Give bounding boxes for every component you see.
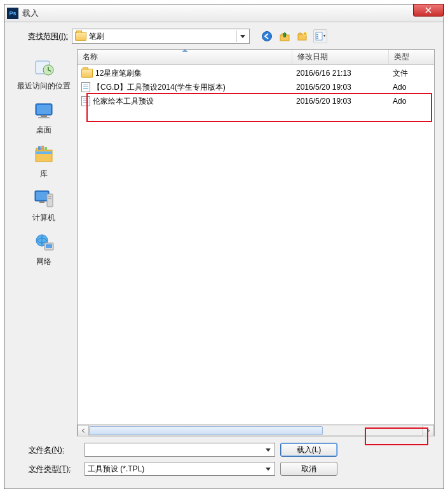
file-list[interactable]: 12星座笔刷集 2016/6/16 21:13 文件 【CG.D】工具预设201… <box>78 65 434 424</box>
column-header-row: 名称 修改日期 类型 <box>78 50 434 65</box>
file-type: 文件 <box>393 68 434 79</box>
filetype-label: 文件类型(T): <box>16 464 79 475</box>
horizontal-scrollbar[interactable] <box>78 424 434 436</box>
file-name: 12星座笔刷集 <box>95 68 142 79</box>
inner-border: Ps 载入 查找范围(I): 笔刷 <box>4 4 444 489</box>
svg-rect-5 <box>316 34 318 35</box>
file-type: Ado <box>393 83 434 92</box>
scroll-track[interactable] <box>89 425 423 436</box>
main-row: 最近访问的位置 桌面 库 <box>13 49 435 436</box>
svg-rect-21 <box>39 201 44 203</box>
svg-rect-20 <box>36 192 48 200</box>
close-button[interactable] <box>413 4 444 17</box>
filetype-row: 文件类型(T): 工具预设 (*.TPL) 取消 <box>16 459 432 478</box>
svg-rect-18 <box>44 147 47 150</box>
file-icon <box>81 82 90 92</box>
content-area: 查找范围(I): 笔刷 <box>4 22 444 489</box>
recent-places-icon <box>31 55 57 80</box>
svg-rect-23 <box>48 196 51 197</box>
file-listview: 名称 修改日期 类型 12星座笔刷集 2016/6/16 21:13 文件 <box>77 49 435 436</box>
chevron-down-icon[interactable] <box>263 464 273 474</box>
file-date: 2016/5/20 19:03 <box>296 97 393 106</box>
bottom-panel: 文件名(N): 载入(L) 文件类型(T): 工具预设 (*.TPL) 取消 <box>13 436 435 480</box>
cancel-button-label: 取消 <box>301 464 316 475</box>
lookin-row: 查找范围(I): 笔刷 <box>13 27 435 45</box>
column-header-name-label: 名称 <box>83 52 98 62</box>
view-menu-button[interactable] <box>313 29 327 43</box>
svg-rect-16 <box>38 146 41 150</box>
file-type: Ado <box>393 97 434 106</box>
back-button[interactable] <box>260 29 274 43</box>
file-row[interactable]: 12星座笔刷集 2016/6/16 21:13 文件 <box>78 66 434 80</box>
lookin-combo[interactable]: 笔刷 <box>72 29 250 44</box>
close-icon <box>424 7 432 13</box>
sidebar-item-recent[interactable]: 最近访问的位置 <box>17 53 71 95</box>
file-date: 2016/5/20 19:03 <box>296 83 393 92</box>
svg-rect-6 <box>316 36 318 37</box>
load-button[interactable]: 载入(L) <box>280 443 337 457</box>
sidebar-item-computer[interactable]: 计算机 <box>17 184 71 227</box>
svg-rect-27 <box>46 244 52 248</box>
new-folder-button[interactable] <box>295 29 309 43</box>
folder-icon <box>75 32 86 41</box>
scroll-left-button[interactable] <box>78 425 89 436</box>
column-header-date[interactable]: 修改日期 <box>292 50 389 64</box>
titlebar: Ps 载入 <box>4 4 444 22</box>
computer-icon <box>31 187 57 211</box>
file-name: 【CG.D】工具预设2014(学生专用版本) <box>93 82 226 93</box>
ps-app-icon: Ps <box>7 8 18 19</box>
dialog-window: Ps 载入 查找范围(I): 笔刷 <box>0 0 448 493</box>
sort-ascending-icon <box>182 49 188 52</box>
column-header-date-label: 修改日期 <box>297 52 328 62</box>
up-button[interactable] <box>278 29 292 43</box>
column-header-type[interactable]: 类型 <box>389 50 434 64</box>
chevron-down-icon[interactable] <box>236 31 248 42</box>
column-header-type-label: 类型 <box>394 52 409 62</box>
scroll-thumb[interactable] <box>89 426 323 435</box>
sidebar-item-desktop[interactable]: 桌面 <box>17 97 71 139</box>
scroll-right-button[interactable] <box>423 425 434 436</box>
libraries-icon <box>31 143 57 167</box>
sidebar-item-libraries[interactable]: 库 <box>17 141 71 183</box>
file-name: 伦家绘本工具预设 <box>93 96 154 107</box>
svg-point-0 <box>262 32 272 41</box>
sidebar-item-network[interactable]: 网络 <box>17 228 71 271</box>
window-title: 载入 <box>22 8 39 19</box>
sidebar-item-label: 库 <box>40 169 48 179</box>
svg-rect-11 <box>37 105 51 114</box>
sidebar-item-label: 最近访问的位置 <box>17 81 71 92</box>
filetype-combo[interactable]: 工具预设 (*.TPL) <box>85 462 275 476</box>
svg-rect-15 <box>36 151 52 154</box>
file-row[interactable]: 伦家绘本工具预设 2016/5/20 19:03 Ado <box>78 94 434 108</box>
cancel-button[interactable]: 取消 <box>280 462 337 476</box>
svg-rect-13 <box>38 117 50 118</box>
column-header-name[interactable]: 名称 <box>78 50 292 64</box>
svg-rect-17 <box>41 146 44 150</box>
svg-rect-7 <box>316 38 318 39</box>
filename-combo[interactable] <box>85 443 275 457</box>
desktop-icon <box>31 99 57 123</box>
lookin-value: 笔刷 <box>89 31 104 42</box>
chevron-down-icon[interactable] <box>263 445 273 455</box>
filename-row: 文件名(N): 载入(L) <box>16 440 432 459</box>
svg-rect-12 <box>41 115 47 117</box>
sidebar-item-label: 网络 <box>36 256 51 267</box>
sidebar-item-label: 桌面 <box>36 125 51 135</box>
toolbar-icons <box>260 29 327 43</box>
file-icon <box>81 96 90 106</box>
sidebar-item-label: 计算机 <box>32 212 55 223</box>
load-button-label: 载入(L) <box>297 445 322 455</box>
filename-label: 文件名(N): <box>16 445 79 455</box>
file-row[interactable]: 【CG.D】工具预设2014(学生专用版本) 2016/5/20 19:03 A… <box>78 80 434 94</box>
file-date: 2016/6/16 21:13 <box>296 69 393 78</box>
lookin-label: 查找范围(I): <box>13 31 68 42</box>
filetype-value: 工具预设 (*.TPL) <box>88 464 144 475</box>
svg-rect-24 <box>48 198 51 199</box>
places-sidebar: 最近访问的位置 桌面 库 <box>13 49 74 436</box>
network-icon <box>31 231 57 255</box>
folder-icon <box>81 69 93 78</box>
